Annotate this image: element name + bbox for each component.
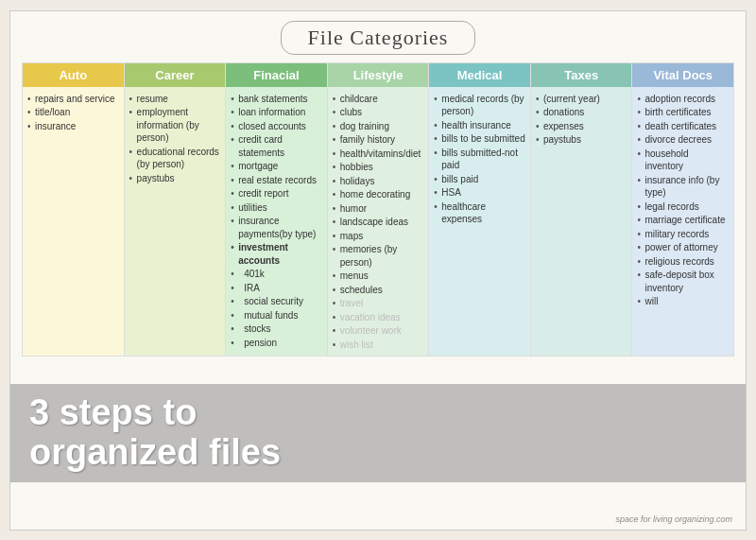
list-item: bills paid xyxy=(434,173,525,186)
list-item: real estate records xyxy=(231,174,322,187)
list-item: hobbies xyxy=(333,161,424,174)
columns-wrapper: Autorepairs and servicetitle/loaninsuran… xyxy=(22,62,734,357)
list-item: wish list xyxy=(333,339,424,352)
list-item: power of attorney xyxy=(637,241,729,254)
list-item: insurance xyxy=(27,120,119,133)
col-body-auto: repairs and servicetitle/loaninsurance xyxy=(23,87,124,357)
col-lifestyle: Lifestylechildcareclubsdog trainingfamil… xyxy=(328,62,430,357)
list-item: paystubs xyxy=(129,172,221,185)
list-item: vacation ideas xyxy=(333,311,424,324)
col-body-medical: medical records (by person)health insura… xyxy=(429,87,530,357)
list-item: travel xyxy=(333,297,424,310)
list-item: 401k xyxy=(231,268,322,281)
list-item: dog training xyxy=(333,120,424,133)
list-item: closed accounts xyxy=(231,120,322,133)
list-item: will xyxy=(637,295,729,308)
list-item: safe-deposit box inventory xyxy=(637,269,729,294)
list-item: memories (by person) xyxy=(333,243,424,269)
col-body-career: resumeemployment information (by person)… xyxy=(125,87,226,357)
col-auto: Autorepairs and servicetitle/loaninsuran… xyxy=(22,62,125,357)
list-item: (current year) xyxy=(536,93,627,106)
list-item: resume xyxy=(129,93,221,106)
list-item: utilities xyxy=(231,201,322,215)
overlay-line2: organized files xyxy=(29,433,727,473)
list-item: credit card statements xyxy=(231,133,322,159)
list-item: death certificates xyxy=(637,120,729,133)
list-item: social security xyxy=(231,295,322,308)
list-item: religious records xyxy=(637,255,729,269)
list-item: maps xyxy=(333,230,424,243)
list-item: credit report xyxy=(231,187,322,200)
list-item: health/vitamins/diet xyxy=(333,148,424,161)
list-item: stocks xyxy=(231,322,322,336)
col-vitaldocs: Vital Docsadoption recordsbirth certific… xyxy=(632,62,734,357)
col-body-vitaldocs: adoption recordsbirth certificatesdeath … xyxy=(632,87,733,357)
col-body-financial: bank statementsloan informationclosed ac… xyxy=(226,87,327,357)
list-item: legal records xyxy=(637,200,729,214)
list-item: IRA xyxy=(231,282,322,295)
watermark: space for living organizing.com xyxy=(615,514,732,524)
list-item: divorce decrees xyxy=(637,133,729,147)
list-item: menus xyxy=(333,270,424,283)
list-item: humor xyxy=(333,202,424,216)
col-header-medical: Medical xyxy=(429,63,530,87)
page-wrapper: File Categories Autorepairs and servicet… xyxy=(9,10,747,531)
page-title: File Categories xyxy=(281,21,476,55)
col-header-career: Career xyxy=(125,63,226,87)
col-header-lifestyle: Lifestyle xyxy=(328,63,429,87)
list-item: donations xyxy=(536,106,627,119)
list-item: insurance payments(by type) xyxy=(231,215,322,240)
list-item: family history xyxy=(333,133,424,147)
list-item: HSA xyxy=(434,186,525,200)
list-item: mortgage xyxy=(231,160,322,173)
col-body-taxes: (current year)donationsexpensespaystubs xyxy=(531,87,632,357)
list-item: volunteer work xyxy=(333,324,424,338)
col-header-vitaldocs: Vital Docs xyxy=(632,63,733,87)
list-item: healthcare expenses xyxy=(434,200,525,226)
list-item: expenses xyxy=(536,120,627,133)
list-item: paystubs xyxy=(536,133,627,147)
col-career: Careerresumeemployment information (by p… xyxy=(125,62,227,357)
list-item: military records xyxy=(637,228,729,241)
list-item: landscape ideas xyxy=(333,216,424,229)
col-header-financial: Finacial xyxy=(226,63,327,87)
list-item: childcare xyxy=(333,93,424,106)
list-item: clubs xyxy=(333,106,424,119)
list-item: bank statements xyxy=(231,93,322,106)
list-item: household inventory xyxy=(637,148,729,173)
list-item: investment accounts xyxy=(231,241,322,267)
col-medical: Medicalmedical records (by person)health… xyxy=(429,62,531,357)
col-header-auto: Auto xyxy=(23,63,124,87)
list-item: holidays xyxy=(333,175,424,188)
title-area: File Categories xyxy=(22,21,734,55)
list-item: schedules xyxy=(333,284,424,297)
overlay-banner: 3 steps to organized files xyxy=(10,384,746,482)
list-item: birth certificates xyxy=(637,106,729,119)
col-body-lifestyle: childcareclubsdog trainingfamily history… xyxy=(328,87,429,357)
list-item: marriage certificate xyxy=(637,214,729,227)
list-item: loan information xyxy=(231,106,322,119)
overlay-line1: 3 steps to xyxy=(29,393,727,433)
list-item: employment information (by person) xyxy=(129,106,221,145)
list-item: repairs and service xyxy=(27,93,119,106)
list-item: insurance info (by type) xyxy=(637,174,729,200)
col-taxes: Taxes(current year)donationsexpensespays… xyxy=(531,62,633,357)
col-financial: Finacialbank statementsloan informationc… xyxy=(226,62,328,357)
col-header-taxes: Taxes xyxy=(531,63,632,87)
list-item: bills submitted-not paid xyxy=(434,147,525,172)
list-item: title/loan xyxy=(27,106,119,119)
list-item: mutual funds xyxy=(231,309,322,322)
list-item: pension xyxy=(231,337,322,350)
list-item: health insurance xyxy=(434,119,525,132)
list-item: medical records (by person) xyxy=(434,93,525,118)
list-item: educational records (by person) xyxy=(129,146,221,171)
list-item: adoption records xyxy=(637,93,729,106)
list-item: bills to be submitted xyxy=(434,132,525,146)
list-item: home decorating xyxy=(333,188,424,201)
